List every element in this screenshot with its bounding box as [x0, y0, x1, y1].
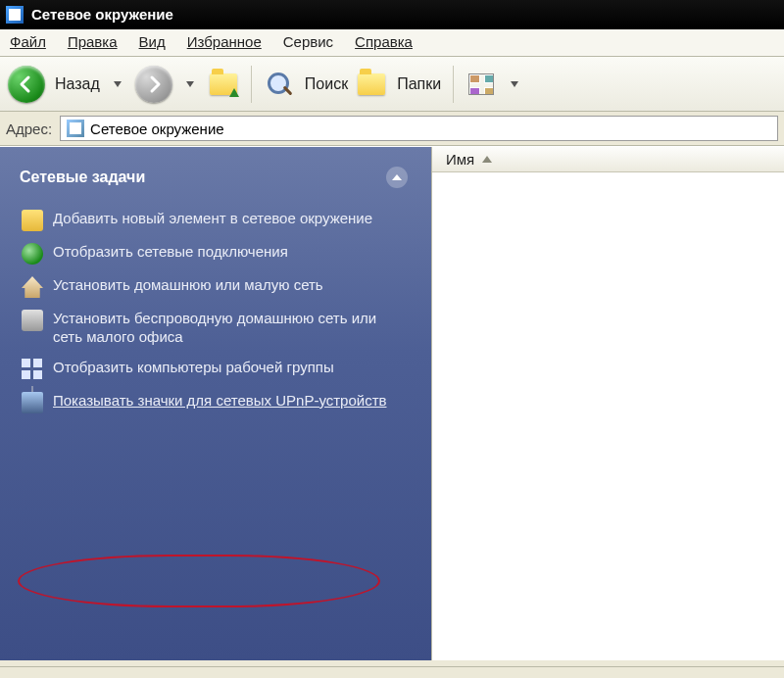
- task-label: Показывать значки для сетевых UPnP-устро…: [53, 392, 410, 411]
- menu-help[interactable]: Справка: [355, 33, 413, 50]
- forward-dropdown[interactable]: [186, 81, 194, 87]
- toolbar: Назад Поиск Папки: [0, 57, 784, 112]
- folder-up-icon: [210, 73, 237, 95]
- column-name-label: Имя: [446, 151, 474, 168]
- menu-edit-label: Правка: [68, 33, 118, 50]
- task-pane: Сетевые задачи Добавить новый элемент в …: [0, 147, 431, 660]
- network-tasks-list: Добавить новый элемент в сетевое окружен…: [14, 200, 417, 429]
- task-label: Установить домашнюю или малую сеть: [53, 276, 410, 295]
- task-show-connections[interactable]: Отобразить сетевые подключения: [20, 237, 412, 270]
- menu-view[interactable]: Вид: [139, 33, 166, 50]
- wireless-icon: [22, 310, 43, 331]
- task-setup-wireless[interactable]: Установить беспроводную домашнюю сеть ил…: [20, 304, 412, 353]
- menu-service[interactable]: Сервис: [283, 33, 333, 50]
- address-bar: Адрес: Сетевое окружение: [0, 112, 784, 146]
- arrow-left-icon: [17, 74, 36, 94]
- task-show-upnp-icons[interactable]: Показывать значки для сетевых UPnP-устро…: [20, 386, 412, 419]
- task-label: Установить беспроводную домашнюю сеть ил…: [53, 310, 410, 347]
- window-system-icon: [6, 6, 24, 24]
- menu-edit[interactable]: Правка: [68, 33, 118, 50]
- search-icon: [266, 71, 293, 98]
- back-dropdown[interactable]: [114, 81, 122, 87]
- separator: [453, 66, 454, 103]
- upnp-icon: [22, 392, 43, 413]
- sort-ascending-icon: [482, 156, 492, 163]
- menu-file[interactable]: Файл: [10, 33, 46, 50]
- up-folder-button[interactable]: [208, 69, 239, 100]
- address-input[interactable]: Сетевое окружение: [60, 116, 778, 141]
- connections-icon: [22, 243, 43, 265]
- search-button[interactable]: [264, 69, 295, 100]
- task-label: Добавить новый элемент в сетевое окружен…: [53, 210, 410, 228]
- forward-button[interactable]: [135, 66, 172, 103]
- content-area: Сетевые задачи Добавить новый элемент в …: [0, 146, 784, 660]
- task-add-network-place[interactable]: Добавить новый элемент в сетевое окружен…: [20, 204, 412, 237]
- views-dropdown[interactable]: [511, 81, 518, 87]
- menu-favorites-label: Избранное: [187, 33, 262, 50]
- back-button[interactable]: [8, 66, 45, 103]
- list-view[interactable]: Имя: [431, 147, 784, 660]
- views-icon: [468, 73, 494, 95]
- network-tasks-header[interactable]: Сетевые задачи: [14, 161, 417, 200]
- menu-favorites[interactable]: Избранное: [187, 33, 262, 50]
- folder-icon: [358, 73, 385, 95]
- folders-label: Папки: [397, 75, 441, 93]
- titlebar: Сетевое окружение: [0, 0, 784, 29]
- address-value: Сетевое окружение: [90, 121, 224, 137]
- separator: [251, 66, 252, 103]
- views-button[interactable]: [466, 69, 497, 100]
- task-setup-home-network[interactable]: Установить домашнюю или малую сеть: [20, 270, 412, 304]
- folders-button[interactable]: [356, 69, 387, 100]
- arrow-right-icon: [144, 74, 164, 94]
- menu-help-label: Справка: [355, 33, 413, 50]
- menu-service-label: Сервис: [283, 33, 333, 50]
- workgroup-icon: [22, 359, 43, 380]
- address-label: Адрес:: [6, 121, 52, 137]
- task-label: Отобразить компьютеры рабочей группы: [53, 359, 410, 377]
- search-label: Поиск: [305, 75, 348, 93]
- menu-file-label: Файл: [10, 33, 46, 50]
- add-place-icon: [22, 210, 43, 231]
- network-tasks-title: Сетевые задачи: [20, 169, 145, 186]
- home-network-icon: [22, 276, 43, 298]
- task-show-workgroup[interactable]: Отобразить компьютеры рабочей группы: [20, 353, 412, 386]
- network-places-icon: [67, 120, 84, 137]
- back-label: Назад: [55, 75, 100, 93]
- menubar: Файл Правка Вид Избранное Сервис Справка: [0, 29, 784, 57]
- task-label: Отобразить сетевые подключения: [53, 243, 410, 262]
- menu-view-label: Вид: [139, 33, 166, 50]
- column-header-name[interactable]: Имя: [432, 147, 784, 172]
- network-tasks-box: Сетевые задачи Добавить новый элемент в …: [14, 161, 417, 429]
- collapse-icon[interactable]: [386, 167, 408, 188]
- window-title: Сетевое окружение: [31, 6, 173, 23]
- status-bar: [0, 666, 784, 678]
